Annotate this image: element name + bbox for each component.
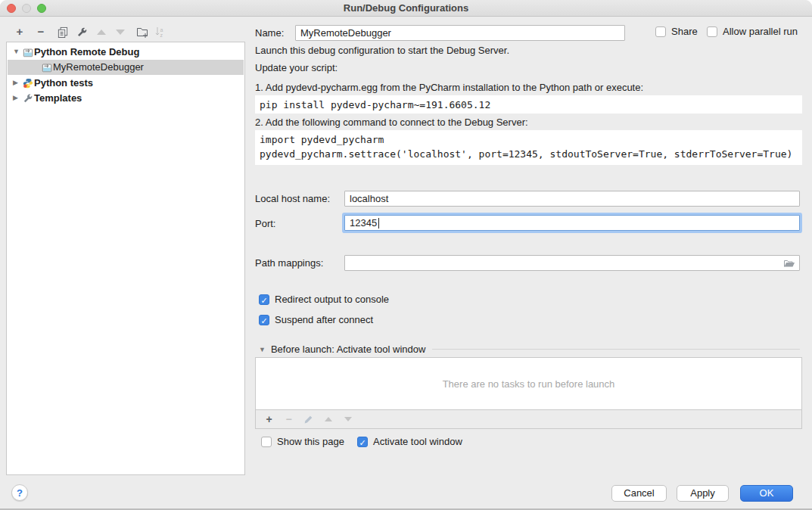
- pip-install-code-block: pip install pydevd-pycharm~=191.6605.12: [255, 95, 802, 114]
- local-host-name-input[interactable]: [344, 191, 800, 207]
- path-mappings-label: Path mappings:: [255, 257, 323, 269]
- collapsed-triangle-icon[interactable]: ▶: [13, 79, 18, 86]
- tree-item-label: Templates: [34, 92, 82, 104]
- suspend-after-connect-checkbox-row[interactable]: ✓ Suspend after connect: [259, 314, 373, 325]
- share-label: Share: [671, 26, 698, 37]
- before-launch-task-list[interactable]: There are no tasks to run before launch: [255, 357, 802, 410]
- name-label: Name:: [255, 27, 284, 39]
- path-mappings-input[interactable]: [344, 255, 800, 271]
- run-debug-configurations-dialog: Run/Debug Configurations + − az ▼ Pytho: [0, 0, 812, 510]
- suspend-after-connect-checkbox[interactable]: ✓: [259, 315, 269, 325]
- add-task-button[interactable]: +: [263, 414, 275, 425]
- tree-item-myremotedebugger[interactable]: MyRemoteDebugger: [8, 60, 244, 75]
- port-input[interactable]: [344, 215, 800, 231]
- show-this-page-checkbox-row[interactable]: Show this page: [261, 436, 344, 447]
- show-this-page-label: Show this page: [277, 436, 344, 447]
- tree-item-label: MyRemoteDebugger: [53, 61, 144, 73]
- remote-debug-icon: [23, 47, 33, 58]
- before-launch-header[interactable]: ▼ Before launch: Activate tool window: [259, 344, 800, 355]
- activate-tool-window-checkbox[interactable]: ✓: [357, 437, 368, 447]
- local-host-name-label: Local host name:: [255, 193, 330, 204]
- before-launch-label: Before launch: Activate tool window: [271, 344, 426, 355]
- create-new-folder-icon[interactable]: [136, 26, 148, 38]
- suspend-after-connect-label: Suspend after connect: [275, 314, 373, 325]
- cancel-button[interactable]: Cancel: [611, 485, 667, 502]
- remote-debug-icon: [42, 62, 52, 73]
- svg-text:z: z: [160, 33, 163, 38]
- allow-parallel-run-checkbox[interactable]: [707, 26, 717, 37]
- allow-parallel-run-label: Allow parallel run: [723, 26, 798, 37]
- tree-item-templates[interactable]: ▶ Templates: [8, 91, 244, 106]
- expanded-triangle-icon[interactable]: ▼: [13, 48, 20, 55]
- description-text: Launch this debug configuration to start…: [255, 45, 509, 56]
- copy-configuration-icon[interactable]: [56, 26, 68, 38]
- remove-task-button: −: [283, 414, 294, 425]
- show-this-page-checkbox[interactable]: [261, 437, 272, 447]
- move-down-icon: [114, 26, 126, 38]
- edit-templates-wrench-icon[interactable]: [76, 26, 88, 38]
- expanded-triangle-icon[interactable]: ▼: [259, 346, 266, 353]
- help-button[interactable]: ?: [11, 484, 28, 501]
- browse-folder-icon[interactable]: [783, 257, 795, 272]
- empty-tasks-message: There are no tasks to run before launch: [443, 378, 615, 390]
- settrace-code-block: import pydevd_pycharm pydevd_pycharm.set…: [255, 130, 802, 165]
- share-checkbox-row[interactable]: Share: [655, 26, 698, 37]
- tree-item-label: Python Remote Debug: [34, 46, 139, 58]
- sort-configurations-icon: az: [154, 26, 166, 38]
- ok-button[interactable]: OK: [740, 485, 793, 502]
- step2-text: 2. Add the following command to connect …: [255, 117, 528, 128]
- remove-configuration-button[interactable]: −: [35, 26, 47, 38]
- apply-button[interactable]: Apply: [677, 485, 729, 502]
- wrench-icon: [23, 93, 33, 104]
- tree-item-python-remote-debug[interactable]: ▼ Python Remote Debug: [8, 45, 244, 60]
- text-caret: [378, 218, 379, 229]
- svg-text:a: a: [160, 27, 163, 33]
- move-task-down-icon: [342, 414, 353, 425]
- name-input[interactable]: [295, 25, 625, 41]
- move-up-icon: [95, 26, 107, 38]
- activate-tool-window-label: Activate tool window: [373, 436, 462, 447]
- update-script-text: Update your script:: [255, 62, 338, 73]
- configurations-tree: ▼ Python Remote Debug MyRemoteDebugger ▶…: [6, 42, 245, 475]
- edit-task-pencil-icon: [303, 414, 314, 425]
- allow-parallel-run-checkbox-row[interactable]: Allow parallel run: [707, 26, 798, 37]
- step1-text: 1. Add pydevd-pycharm.egg from the PyCha…: [255, 82, 643, 93]
- port-label: Port:: [255, 218, 275, 229]
- tree-item-label: Python tests: [34, 77, 93, 89]
- activate-tool-window-checkbox-row[interactable]: ✓ Activate tool window: [357, 436, 462, 447]
- add-configuration-button[interactable]: +: [14, 26, 26, 38]
- redirect-output-checkbox-row[interactable]: ✓ Redirect output to console: [259, 294, 389, 305]
- share-checkbox[interactable]: [655, 26, 666, 37]
- settrace-line1: import pydevd_pycharm: [260, 134, 384, 145]
- window-title: Run/Debug Configurations: [0, 0, 812, 17]
- redirect-output-checkbox[interactable]: ✓: [259, 294, 269, 305]
- title-bar: Run/Debug Configurations: [0, 0, 812, 17]
- python-tests-icon: [23, 78, 33, 89]
- collapsed-triangle-icon[interactable]: ▶: [13, 94, 18, 101]
- task-toolbar: + −: [255, 410, 802, 429]
- redirect-output-label: Redirect output to console: [275, 294, 389, 305]
- tree-item-python-tests[interactable]: ▶ Python tests: [8, 76, 244, 91]
- move-task-up-icon: [322, 414, 334, 425]
- settrace-line2: pydevd_pycharm.settrace('localhost', por…: [260, 148, 792, 160]
- section-divider: [432, 349, 800, 350]
